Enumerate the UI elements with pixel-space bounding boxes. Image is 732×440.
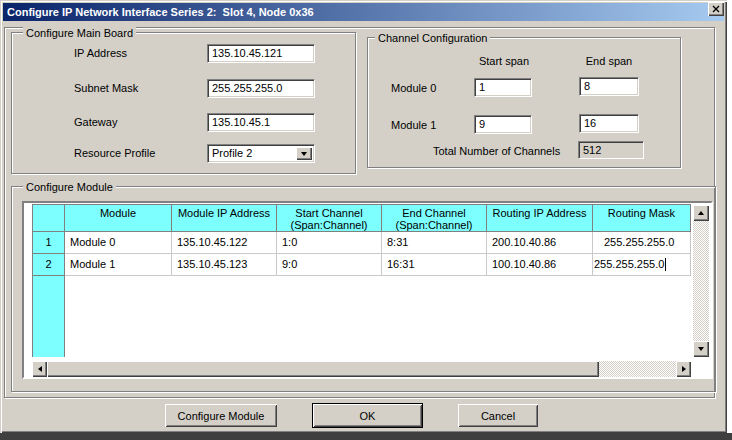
scroll-up-button[interactable] [693, 205, 709, 221]
window-bottom-shadow [0, 433, 732, 440]
combo-dropdown-button[interactable] [296, 147, 312, 160]
resource-profile-label: Resource Profile [74, 147, 155, 159]
chevron-down-icon [301, 152, 307, 156]
cell-routing-ip[interactable]: 200.10.40.86 [487, 232, 593, 254]
close-icon [712, 3, 720, 15]
screen: Configure IP Network Interface Series 2:… [0, 0, 732, 440]
ip-address-label: IP Address [74, 47, 127, 59]
header-module-ip: Module IP Address [172, 204, 277, 232]
grid-header-row: Module Module IP Address Start Channel (… [32, 204, 691, 232]
table-row: 2 Module 1 135.10.45.123 9:0 16:31 100.1… [32, 254, 691, 276]
header-end-channel: End Channel (Span:Channel) [382, 204, 487, 232]
dialog-window: Configure IP Network Interface Series 2:… [0, 0, 727, 433]
scroll-down-button[interactable] [693, 341, 709, 357]
gateway-field[interactable]: 135.10.45.1 [207, 113, 315, 132]
module0-end-span-field[interactable]: 8 [579, 77, 639, 96]
end-span-header: End span [569, 55, 649, 67]
text-caret [665, 258, 666, 271]
subnet-mask-field[interactable]: 255.255.255.0 [207, 79, 315, 98]
configure-module-button[interactable]: Configure Module [165, 404, 277, 427]
ip-address-field[interactable]: 135.10.45.121 [207, 44, 315, 63]
arrow-down-icon [698, 347, 704, 351]
cell-module-ip[interactable]: 135.10.45.123 [172, 254, 277, 276]
gateway-label: Gateway [74, 116, 117, 128]
cell-routing-mask[interactable]: 255.255.255.0 [593, 232, 691, 254]
total-channels-value: 512 [578, 141, 644, 159]
scroll-right-button[interactable] [676, 361, 691, 377]
module-grid: Module Module IP Address Start Channel (… [22, 201, 713, 379]
module1-end-span-field[interactable]: 16 [579, 114, 639, 133]
group-channel-configuration: Channel Configuration Start span End spa… [367, 37, 681, 168]
start-span-header: Start span [464, 55, 544, 67]
module1-label: Module 1 [391, 119, 436, 131]
resource-profile-combobox[interactable]: Profile 2 [207, 144, 315, 163]
header-routing-mask: Routing Mask [593, 204, 691, 232]
ok-button[interactable]: OK [312, 403, 423, 428]
module1-start-span-field[interactable]: 9 [474, 115, 532, 134]
module0-start-span-field[interactable]: 1 [474, 78, 532, 97]
horizontal-scroll-thumb[interactable] [47, 361, 599, 377]
cell-module-ip[interactable]: 135.10.45.122 [172, 232, 277, 254]
header-module: Module [65, 204, 172, 232]
vertical-scrollbar[interactable] [693, 205, 709, 357]
scroll-left-button[interactable] [32, 361, 47, 377]
table-row: 1 Module 0 135.10.45.122 1:0 8:31 200.10… [32, 232, 691, 254]
cell-end-channel[interactable]: 16:31 [382, 254, 487, 276]
row-number-cell[interactable]: 1 [32, 232, 65, 254]
arrow-up-icon [698, 211, 704, 215]
resource-profile-value: Profile 2 [212, 147, 252, 159]
header-start-channel: Start Channel (Span:Channel) [277, 204, 382, 232]
group-configure-module: Configure Module Module Module IP Addres… [11, 186, 716, 392]
cell-module[interactable]: Module 0 [65, 232, 172, 254]
cell-routing-mask-editing[interactable]: 255.255.255.0 [593, 254, 691, 276]
cell-start-channel[interactable]: 1:0 [277, 232, 382, 254]
module0-label: Module 0 [391, 82, 436, 94]
row-number-cell[interactable]: 2 [32, 254, 65, 276]
vertical-scroll-track[interactable] [693, 221, 709, 341]
arrow-left-icon [38, 366, 42, 372]
header-routing-ip: Routing IP Address [487, 204, 593, 232]
cell-start-channel[interactable]: 9:0 [277, 254, 382, 276]
row-header-filler-column [32, 276, 65, 357]
horizontal-scroll-track[interactable] [599, 361, 676, 377]
title-bar[interactable]: Configure IP Network Interface Series 2:… [3, 3, 724, 21]
arrow-right-icon [682, 366, 686, 372]
total-channels-label: Total Number of Channels [433, 145, 560, 157]
horizontal-scrollbar[interactable] [32, 361, 691, 377]
group-title: Configure Main Board [23, 27, 136, 39]
subnet-mask-label: Subnet Mask [74, 82, 138, 94]
grid-columns: Module Module IP Address Start Channel (… [32, 204, 691, 276]
cell-module[interactable]: Module 1 [65, 254, 172, 276]
group-title: Configure Module [23, 181, 116, 193]
window-title: Configure IP Network Interface Series 2:… [3, 6, 314, 18]
cancel-button[interactable]: Cancel [458, 404, 538, 427]
header-corner-cell [32, 204, 65, 232]
cell-end-channel[interactable]: 8:31 [382, 232, 487, 254]
cell-routing-ip[interactable]: 100.10.40.86 [487, 254, 593, 276]
close-button[interactable] [708, 2, 724, 16]
group-title: Channel Configuration [375, 32, 490, 44]
group-configure-main-board: Configure Main Board IP Address 135.10.4… [11, 32, 356, 174]
